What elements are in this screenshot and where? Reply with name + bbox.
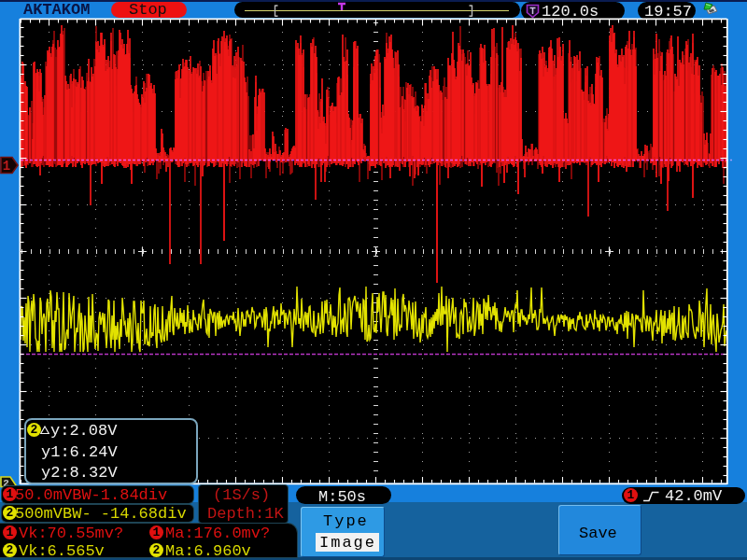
svg-text:1: 1 <box>3 159 10 174</box>
